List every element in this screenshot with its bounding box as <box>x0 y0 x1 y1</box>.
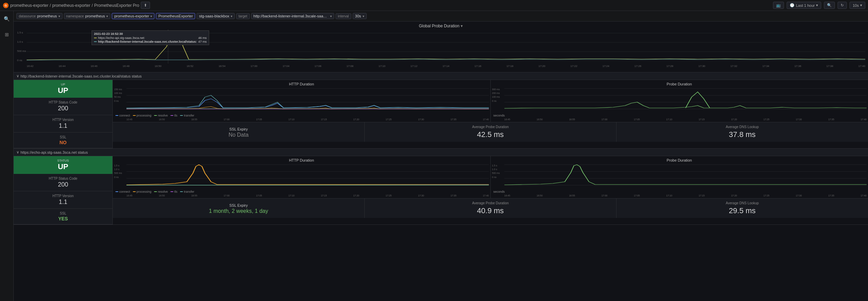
section-2-http-status-code-row: HTTP Status Code 200 <box>14 174 112 191</box>
section-2-ssl-row: SSL YES <box>14 209 112 224</box>
tooltip-series2-dot <box>94 41 97 42</box>
section-2-probe-y-axis: 1.5 s1.0 s500 ms0 ns <box>492 164 500 179</box>
section-1-header[interactable]: ∨ http://backend-listener-internal.3scal… <box>14 72 868 80</box>
target-label-filter[interactable]: target <box>236 13 250 19</box>
tooltip-series1-dot <box>94 38 97 38</box>
refresh-interval-label: 10s <box>853 3 859 8</box>
section-echo-api: ∨ https://echo-api.stg-saas.3sca.net sta… <box>14 149 868 225</box>
section-1-probe-duration-title: Probe Duration <box>492 81 867 87</box>
section-1-http-duration-title: HTTP Duration <box>114 81 489 87</box>
tooltip-series2-value: 47 ms <box>198 40 207 43</box>
section-1-probe-chart: 300 ms200 ms100 ms0 ns <box>492 87 867 113</box>
section-1-probe-duration-cell: Probe Duration 300 ms200 ms100 ms0 ns <box>491 80 868 122</box>
section-2-probe-duration-cell: Probe Duration 1.5 s1.0 s500 ms0 ns <box>491 156 868 198</box>
section-1-http-legend: connect processing resolve tls transfer <box>114 113 489 118</box>
section-2-status-value: UP <box>16 162 110 171</box>
topbar-right: 📺 🕐 Last 1 hour ▾ 🔍 ↻ 10s ▾ <box>773 2 865 9</box>
section-1-stat-row: SSL Expiry No Data Average Probe Duratio… <box>113 122 868 142</box>
section-backend-listener: ∨ http://backend-listener-internal.3scal… <box>14 72 868 149</box>
section-2-http-svg <box>126 163 489 189</box>
section-2-status-box: Status UP <box>14 156 112 174</box>
section-2-probe-legend: seconds <box>492 189 867 194</box>
section-2-avg-dns-value: 29.5 ms <box>619 206 865 215</box>
section-2-ssl-value: YES <box>58 216 68 221</box>
section-1-http-svg <box>126 87 489 112</box>
sidebar-apps-icon[interactable]: ⊞ <box>2 29 12 40</box>
section-2-http-legend: connect processing resolve tls transfer <box>114 189 489 194</box>
section-1-status-label: UP <box>16 83 110 86</box>
section-1-http-duration-cell: HTTP Duration 150 ms100 ms50 ms0 ns <box>113 80 491 122</box>
section-1-http-version-row: HTTP Version 1.1 <box>14 115 112 133</box>
breadcrumb-part2[interactable]: prometheus-exporter <box>52 3 90 8</box>
tv-button[interactable]: 📺 <box>773 2 784 9</box>
svg-text:G: G <box>4 3 7 7</box>
section-1-probe-x-axis: 16:4516:5016:5517:0017:0517:1017:1517:20… <box>492 118 867 121</box>
sidebar-search-icon[interactable]: 🔍 <box>2 14 12 24</box>
time-range-button[interactable]: 🕐 Last 1 hour ▾ <box>787 2 821 9</box>
section-2-avg-probe-value: 40.9 ms <box>367 206 613 215</box>
section-2-info-panel: Status UP HTTP Status Code 200 HTTP Vers… <box>14 156 113 224</box>
tooltip-series1-label: https://echo-api.stg-saas.3sca.net: <box>98 36 145 40</box>
section-2-probe-x-axis: 16:4516:5016:5517:0017:0517:1017:1517:20… <box>492 194 867 197</box>
global-chart-area: 1.5 s 1.0 s 500 ms 0 ns <box>16 30 865 71</box>
section-1-http-y-axis: 150 ms100 ms50 ms0 ns <box>114 87 122 103</box>
section-1-probe-y-axis: 300 ms200 ms100 ms0 ns <box>492 87 500 103</box>
section-2-probe-svg <box>504 163 867 189</box>
section-1-probe-svg <box>504 87 867 112</box>
section-2-charts-panel: HTTP Duration 1.5 s1.0 s500 ms0 ns <box>113 156 868 224</box>
global-probe-duration-panel: Global Probe Duration ▾ 1.5 s 1.0 s 500 … <box>14 22 868 72</box>
y-label-15s: 1.5 s <box>17 31 26 34</box>
stg-saas-blackbox-filter[interactable]: stg-saas-blackbox ▾ <box>196 13 235 19</box>
prometheus-exporter-pro-filter[interactable]: PrometheusExporter <box>156 13 195 19</box>
section-1-avg-dns-value: 37.8 ms <box>619 130 865 139</box>
clock-icon: 🕐 <box>790 3 795 8</box>
section-1-info-panel: UP UP HTTP Status Code 200 HTTP Version … <box>14 80 113 148</box>
section-1-ssl-row: SSL NO <box>14 133 112 148</box>
section-2-body: Status UP HTTP Status Code 200 HTTP Vers… <box>14 156 868 224</box>
section-2-ssl-expiry-title: SSL Expiry <box>209 203 268 208</box>
refresh-button[interactable]: ↻ <box>838 2 847 9</box>
share-button[interactable]: ⬆ <box>141 2 150 9</box>
tooltip-series2-label: http://backend-listener-internal.3scale-… <box>98 40 197 43</box>
section-1-http-version-value: 1.1 <box>59 122 67 129</box>
prometheus-exporter-name-filter[interactable]: prometheus-exporter ▾ <box>112 13 154 19</box>
share-icon: ⬆ <box>144 3 147 8</box>
section-collapse-icon: ∨ <box>16 74 19 78</box>
section-1-status-value: UP <box>16 86 110 95</box>
zoom-icon: 🔍 <box>827 3 832 8</box>
zoom-button[interactable]: 🔍 <box>824 2 835 9</box>
section-1-charts-panel: HTTP Duration 150 ms100 ms50 ms0 ns <box>113 80 868 148</box>
topbar-left: G prometheus-exporter / prometheus-expor… <box>3 2 150 9</box>
breadcrumb-part3[interactable]: PrometheusExporter Pro <box>94 3 139 8</box>
section-2-header[interactable]: ∨ https://echo-api.stg-saas.3sca.net sta… <box>14 149 868 156</box>
datasource-filter[interactable]: datasource prometheus ▾ <box>16 13 63 19</box>
section-1-body: UP UP HTTP Status Code 200 HTTP Version … <box>14 80 868 148</box>
sidebar: 🔍 ⊞ <box>0 11 14 301</box>
url-filter[interactable]: http://backend-listener-internal.3scale-… <box>251 13 334 19</box>
main-content: datasource prometheus ▾ namespace promet… <box>14 11 868 301</box>
global-chart-title: Global Probe Duration <box>419 24 460 28</box>
global-chart-tooltip: 2021-02-23 16:52:30 https://echo-api.stg… <box>92 30 209 45</box>
section-2-http-version-label: HTTP Version <box>52 194 73 198</box>
section-1-http-status-code-row: HTTP Status Code 200 <box>14 98 112 115</box>
namespace-filter[interactable]: namespace prometheus ▾ <box>64 13 111 19</box>
interval-value-filter[interactable]: 30s ▾ <box>353 13 367 19</box>
section-2-stat-row: SSL Expiry 1 month, 2 weeks, 1 day Avera… <box>113 199 868 218</box>
section-1-ssl-expiry-title: SSL Expiry <box>229 126 249 132</box>
section-2-ssl-expiry-value: 1 month, 2 weeks, 1 day <box>209 208 268 214</box>
section-2-ssl-expiry-cell: SSL Expiry 1 month, 2 weeks, 1 day <box>113 199 365 218</box>
chevron-down-icon-2: ▾ <box>860 3 862 8</box>
y-label-10s: 1.0 s <box>17 40 26 43</box>
tv-icon: 📺 <box>776 3 781 8</box>
section-1-chart-row-1: HTTP Duration 150 ms100 ms50 ms0 ns <box>113 80 868 122</box>
section-1-ssl-value: NO <box>59 140 67 145</box>
section-2-avg-dns-cell: Average DNS Lookup 29.5 ms <box>616 199 868 218</box>
refresh-interval-button[interactable]: 10s ▾ <box>850 2 865 9</box>
section-1-http-version-label: HTTP Version <box>52 118 73 122</box>
interval-filter[interactable]: interval <box>336 13 351 19</box>
breadcrumb-part1[interactable]: prometheus-exporter <box>10 3 48 8</box>
section-2-http-status-code-label: HTTP Status Code <box>49 177 78 180</box>
section-1-avg-dns-label: Average DNS Lookup <box>619 125 865 129</box>
section-2-ssl-label: SSL <box>60 211 66 215</box>
section-1-http-duration-chart: 150 ms100 ms50 ms0 ns <box>114 87 489 113</box>
